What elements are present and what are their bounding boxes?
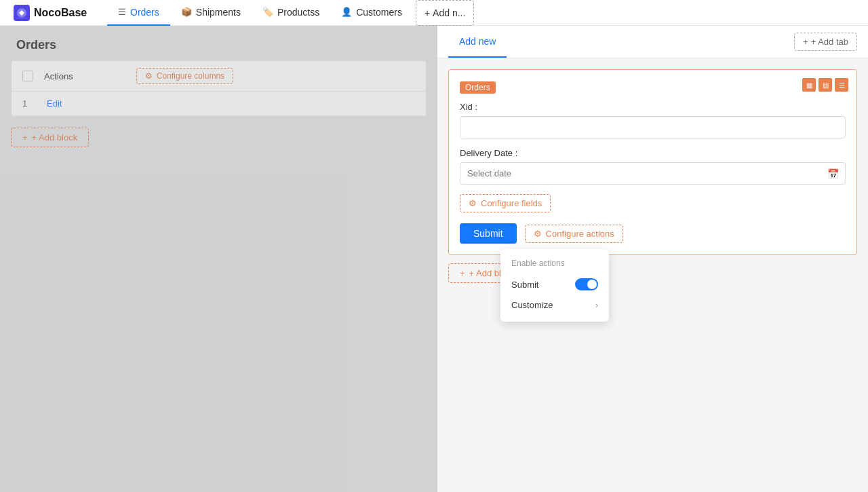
- dropdown-submit-label: Submit: [511, 280, 538, 290]
- brand-logo-area: NocoBase: [5, 5, 107, 21]
- form-area: Orders ▦ ▤ ☰ Xid : Delivery Date :: [437, 58, 868, 492]
- add-tab-button[interactable]: + + Add tab: [794, 33, 857, 51]
- shipments-icon: 📦: [181, 7, 192, 17]
- nav-label-add: Add n...: [433, 7, 465, 18]
- add-nav-plus-icon: +: [425, 7, 430, 18]
- form-block-icons: ▦ ▤ ☰: [802, 78, 848, 92]
- right-panel: Add new + + Add tab Orders ▦ ▤ ☰: [437, 26, 868, 492]
- form-grid2-icon[interactable]: ▤: [818, 78, 832, 92]
- productss-icon: 🏷️: [262, 7, 273, 17]
- panel-tabs: Add new: [448, 26, 507, 58]
- nav-item-orders[interactable]: ☰ Orders: [107, 0, 170, 26]
- tab-add-new[interactable]: Add new: [448, 26, 507, 58]
- top-navigation: NocoBase ☰ Orders 📦 Shipments 🏷️ Product…: [0, 0, 868, 26]
- main-layout: Orders Actions ⚙ Configure columns 1 Edi…: [0, 26, 868, 492]
- form-grid1-icon[interactable]: ▦: [802, 78, 816, 92]
- form-card: Orders ▦ ▤ ☰ Xid : Delivery Date :: [448, 69, 857, 255]
- configure-fields-gear-icon: ⚙: [469, 198, 477, 208]
- xid-input[interactable]: [460, 116, 846, 138]
- dropdown-customize-label: Customize: [511, 300, 553, 310]
- brand-logo-icon: [14, 5, 30, 21]
- left-overlay: [0, 26, 437, 492]
- enable-actions-label: Enable actions: [500, 256, 609, 273]
- add-tab-plus-icon: +: [803, 37, 808, 47]
- delivery-date-input[interactable]: [460, 162, 846, 185]
- nav-item-productss[interactable]: 🏷️ Productss: [252, 0, 330, 26]
- nav-item-shipments[interactable]: 📦 Shipments: [170, 0, 252, 26]
- configure-actions-gear-icon: ⚙: [534, 229, 542, 239]
- date-input-wrap: 📅: [460, 162, 846, 185]
- add-block-right-plus-icon: +: [460, 268, 465, 278]
- nav-label-shipments: Shipments: [196, 7, 241, 18]
- configure-fields-button[interactable]: ⚙ Configure fields: [460, 194, 551, 212]
- submit-button[interactable]: Submit: [460, 223, 517, 244]
- form-block-label: Orders: [460, 81, 496, 94]
- form-grid3-icon[interactable]: ☰: [835, 78, 848, 92]
- delivery-date-label: Delivery Date :: [460, 148, 846, 158]
- customers-icon: 👤: [341, 7, 352, 17]
- nav-label-productss: Productss: [277, 7, 319, 18]
- dropdown-submit-item[interactable]: Submit: [500, 273, 609, 295]
- form-actions: Submit ⚙ Configure actions Enable action…: [460, 223, 846, 244]
- dropdown-customize-item[interactable]: Customize ›: [500, 295, 609, 315]
- brand-name: NocoBase: [34, 7, 87, 19]
- left-panel: Orders Actions ⚙ Configure columns 1 Edi…: [0, 26, 437, 492]
- nav-item-customers[interactable]: 👤 Customers: [330, 0, 413, 26]
- customize-chevron-icon: ›: [595, 301, 598, 310]
- xid-label: Xid :: [460, 102, 846, 112]
- nav-item-add[interactable]: + Add n...: [416, 0, 474, 26]
- calendar-icon: 📅: [827, 168, 839, 179]
- submit-toggle[interactable]: [575, 278, 598, 290]
- delivery-date-field: Delivery Date : 📅: [460, 148, 846, 185]
- actions-dropdown: Enable actions Submit Customize ›: [500, 249, 609, 322]
- panel-header: Add new + + Add tab: [437, 26, 868, 58]
- orders-icon: ☰: [118, 7, 126, 17]
- nav-label-customers: Customers: [356, 7, 402, 18]
- nav-label-orders: Orders: [130, 7, 159, 18]
- xid-field: Xid :: [460, 102, 846, 138]
- configure-actions-button[interactable]: ⚙ Configure actions: [525, 225, 623, 243]
